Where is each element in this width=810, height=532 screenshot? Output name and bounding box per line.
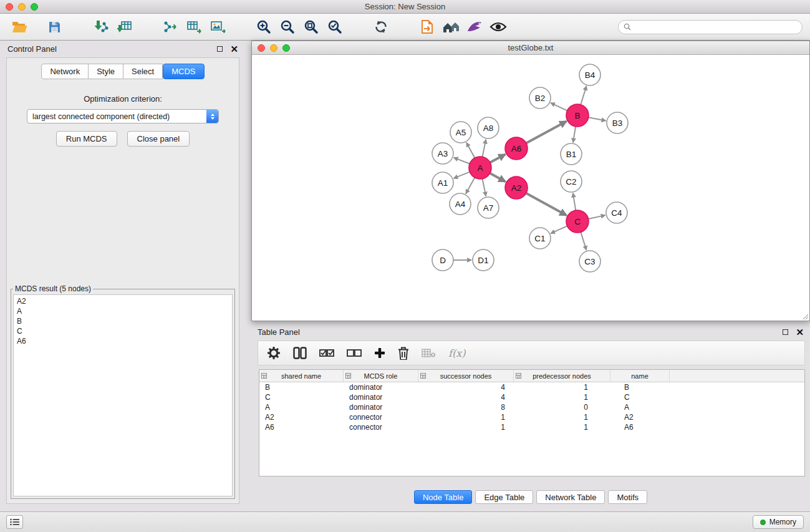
optimization-criterion-select[interactable]: largest connected component (directed) [27, 109, 219, 123]
show-columns-button[interactable] [293, 347, 307, 359]
graph-edge-A-A6[interactable] [490, 154, 505, 162]
open-folder-button[interactable] [7, 16, 31, 37]
graph-node-A1[interactable]: A1 [432, 172, 453, 193]
unselect-all-columns-button[interactable] [347, 349, 362, 357]
graph-edge-A-A8[interactable] [483, 140, 486, 157]
table-settings-button[interactable] [267, 346, 281, 360]
tab-style[interactable]: Style [89, 64, 123, 79]
graph-node-A4[interactable]: A4 [450, 193, 471, 215]
mcds-result-item[interactable]: A2 [17, 296, 229, 306]
tab-network[interactable]: Network [41, 64, 89, 79]
network-overview-button[interactable] [439, 16, 463, 37]
graph-edge-A-A1[interactable] [454, 172, 470, 178]
tab-edge-table[interactable]: Edge Table [475, 490, 533, 504]
graph-edge-C-C2[interactable] [573, 193, 576, 210]
graph-node-C3[interactable]: C3 [579, 251, 600, 272]
table-row[interactable]: A2connector11A2 [259, 412, 804, 422]
zoom-fit-button[interactable] [299, 16, 323, 37]
graph-edge-A-A2[interactable] [490, 173, 506, 182]
graph-node-B3[interactable]: B3 [607, 112, 628, 133]
graph-edge-A2-C[interactable] [526, 193, 567, 216]
graph-edge-C-C4[interactable] [589, 215, 605, 219]
graph-edge-B-B2[interactable] [551, 103, 567, 110]
select-all-columns-button[interactable] [319, 349, 334, 357]
table-close-panel-icon[interactable]: ✕ [796, 327, 804, 337]
export-table-button[interactable] [182, 16, 206, 37]
toolbar-search[interactable] [618, 20, 803, 34]
column-header-mcds-role[interactable]: MCDS role [344, 370, 418, 382]
table-row[interactable]: Cdominator41C [259, 392, 804, 402]
tab-select[interactable]: Select [123, 64, 163, 79]
import-table-button[interactable] [112, 16, 136, 37]
zoom-in-button[interactable] [252, 16, 276, 37]
open-recent-file-button[interactable] [415, 16, 439, 37]
graph-node-A[interactable]: A [469, 157, 491, 179]
mcds-result-item[interactable]: A [17, 306, 229, 316]
function-builder-button[interactable]: f(x) [448, 347, 465, 359]
graph-node-D1[interactable]: D1 [473, 249, 494, 271]
tab-mcds[interactable]: MCDS [163, 64, 204, 79]
graph-node-A6[interactable]: A6 [505, 137, 528, 160]
delete-table-button[interactable] [422, 348, 436, 358]
zoom-out-button[interactable] [276, 16, 299, 37]
show-hide-details-button[interactable] [486, 16, 510, 37]
network-canvas[interactable]: B4B2BB3A5A8A6B1A3AC2A1A2A4A7C4CC1C3DD1 [252, 55, 809, 321]
save-session-button[interactable] [42, 16, 66, 37]
zoom-selected-button[interactable] [323, 16, 347, 37]
node-table[interactable]: shared name MCDS role successor nodes pr… [259, 369, 805, 476]
resize-handle-icon[interactable] [801, 312, 809, 320]
import-network-button[interactable] [89, 16, 112, 37]
graph-node-A5[interactable]: A5 [450, 122, 471, 143]
graph-node-D[interactable]: D [432, 249, 453, 271]
graph-edge-A-A7[interactable] [483, 179, 486, 196]
graph-node-A7[interactable]: A7 [478, 197, 499, 218]
table-row[interactable]: Bdominator41B [259, 382, 804, 392]
graph-edge-C-C1[interactable] [551, 226, 567, 233]
table-row[interactable]: A6connector11A6 [259, 422, 804, 432]
close-panel-button[interactable]: Close panel [127, 131, 190, 147]
graph-node-C2[interactable]: C2 [561, 171, 582, 192]
column-header-shared-name[interactable]: shared name [259, 370, 344, 382]
graph-edge-B-B3[interactable] [589, 117, 606, 120]
mcds-result-item[interactable]: A6 [17, 336, 229, 346]
memory-button[interactable]: Memory [753, 515, 804, 529]
column-header-predecessor-nodes[interactable]: predecessor nodes [514, 370, 610, 382]
column-header-successor-nodes[interactable]: successor nodes [418, 370, 514, 382]
graph-edge-A-A3[interactable] [454, 158, 470, 164]
close-panel-icon[interactable]: ✕ [230, 44, 238, 54]
graph-node-B[interactable]: B [566, 104, 589, 127]
export-network-button[interactable] [158, 16, 182, 37]
graph-node-C1[interactable]: C1 [529, 228, 551, 249]
column-header-name[interactable]: name [610, 370, 670, 382]
graph-edge-C-C3[interactable] [581, 232, 586, 250]
tab-node-table[interactable]: Node Table [414, 490, 473, 504]
graph-node-A2[interactable]: A2 [505, 177, 528, 199]
task-history-button[interactable] [6, 515, 23, 529]
graph-node-B4[interactable]: B4 [579, 64, 600, 85]
graph-edge-A6-B[interactable] [526, 122, 567, 143]
mcds-result-list[interactable]: A2ABCA6 [13, 294, 233, 496]
delete-column-button[interactable] [398, 347, 409, 360]
graph-node-A3[interactable]: A3 [432, 143, 453, 164]
tab-network-table[interactable]: Network Table [536, 490, 605, 504]
graph-node-C4[interactable]: C4 [606, 202, 627, 223]
run-mcds-button[interactable]: Run MCDS [56, 131, 117, 147]
float-panel-icon[interactable] [217, 46, 223, 52]
graph-node-A8[interactable]: A8 [478, 117, 499, 138]
graph-edge-A-A5[interactable] [466, 143, 475, 158]
graph-node-B1[interactable]: B1 [561, 143, 582, 165]
export-image-button[interactable] [206, 16, 229, 37]
graph-edge-A-A4[interactable] [466, 178, 475, 194]
network-window-titlebar[interactable]: testGlobe.txt [252, 41, 809, 55]
create-column-button[interactable] [374, 347, 385, 359]
graph-node-B2[interactable]: B2 [529, 87, 551, 109]
graph-edge-B-B4[interactable] [581, 86, 586, 105]
bird-button[interactable] [463, 16, 486, 37]
table-row[interactable]: Adominator80A [259, 402, 804, 412]
graph-edge-B-B1[interactable] [573, 127, 576, 142]
search-input[interactable] [634, 22, 797, 31]
table-float-panel-icon[interactable] [783, 329, 788, 335]
tab-motifs[interactable]: Motifs [608, 490, 647, 504]
graph-node-C[interactable]: C [566, 210, 589, 233]
mcds-result-item[interactable]: B [17, 316, 229, 326]
